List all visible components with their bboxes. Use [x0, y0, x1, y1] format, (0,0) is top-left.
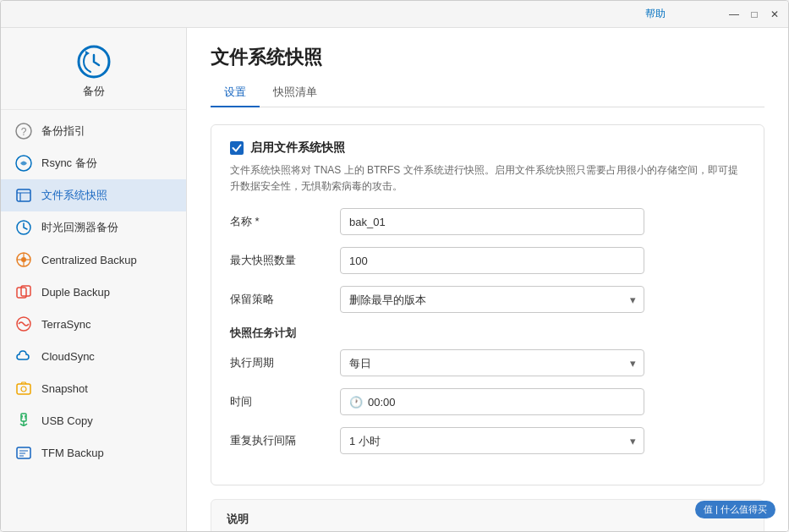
sidebar-item-snapshot[interactable]: Snapshot — [1, 372, 186, 404]
sidebar-item-usb-copy[interactable]: USB Copy — [1, 404, 186, 436]
sidebar-item-filesystem-label: 文件系统快照 — [41, 188, 173, 203]
time-label: 时间 — [230, 394, 340, 409]
name-row: 名称 * — [230, 208, 745, 235]
sidebar-item-cloudsync-label: CloudSync — [41, 350, 173, 363]
main-header: 文件系统快照 设置 快照清单 — [187, 28, 788, 107]
page-title: 文件系统快照 — [211, 45, 764, 70]
svg-point-19 — [21, 387, 26, 392]
help-link[interactable]: 帮助 — [70, 7, 666, 21]
max-snapshots-label: 最大快照数量 — [230, 253, 340, 268]
time-input-wrap: 🕐 — [340, 388, 644, 415]
sidebar-item-filesystem-snapshot[interactable]: 文件系统快照 — [1, 179, 186, 211]
sidebar-item-cloudsync[interactable]: CloudSync — [1, 340, 186, 372]
retention-select[interactable]: 删除最早的版本 — [340, 286, 644, 313]
svg-rect-18 — [17, 384, 30, 394]
info-box: 说明 文件系统快照仅适用于 BTRFS 文件系统。文件系统快照能降低由于误操作或… — [211, 499, 764, 531]
interval-select-wrap: 1 小时 2 小时 4 小时 6 小时 12 小时 ▾ — [340, 427, 644, 454]
sidebar-item-centralized-backup[interactable]: Centralized Backup — [1, 244, 186, 276]
titlebar: 帮助 — □ ✕ — [1, 1, 788, 28]
sidebar-item-backup-guide[interactable]: ? 备份指引 — [1, 115, 186, 147]
content-area: 备份 ? 备份指引 Rsync 备份 — [1, 28, 788, 531]
max-snapshots-input[interactable] — [340, 247, 644, 274]
sidebar-item-tfm-backup[interactable]: TFM Backup — [1, 436, 186, 469]
retention-select-wrap: 删除最早的版本 ▾ — [340, 286, 644, 313]
enable-row: 启用文件系统快照 — [230, 140, 745, 156]
retention-label: 保留策略 — [230, 292, 340, 307]
schedule-title: 快照任务计划 — [230, 326, 296, 339]
centralized-icon — [14, 250, 33, 269]
tab-bar: 设置 快照清单 — [211, 79, 764, 107]
main-content: 启用文件系统快照 文件系统快照将对 TNAS 上的 BTRFS 文件系统进行快照… — [187, 107, 788, 531]
minimize-button[interactable]: — — [727, 8, 741, 21]
tab-snapshot-list[interactable]: 快照清单 — [260, 79, 331, 107]
sidebar-item-duple-backup[interactable]: Duple Backup — [1, 276, 186, 308]
maximize-button[interactable]: □ — [748, 8, 761, 21]
backup-icon — [77, 45, 111, 79]
window-controls: — □ ✕ — [727, 8, 781, 21]
sidebar-item-usb-label: USB Copy — [41, 414, 173, 427]
time-row: 时间 🕐 — [230, 388, 745, 415]
tfm-icon — [14, 443, 33, 462]
watermark-bubble: 值 | 什么值得买 — [695, 501, 775, 518]
enable-desc: 文件系统快照将对 TNAS 上的 BTRFS 文件系统进行快照。启用文件系统快照… — [230, 162, 745, 195]
svg-marker-1 — [85, 51, 90, 56]
duple-icon — [14, 282, 33, 301]
sidebar-item-rsync-label: Rsync 备份 — [41, 156, 173, 171]
cloudsync-icon — [14, 347, 33, 365]
sidebar-item-snapshot-label: Snapshot — [41, 382, 173, 395]
sidebar-header-icon — [75, 43, 112, 80]
terrasync-icon — [14, 315, 33, 333]
clock-icon: 🕐 — [349, 396, 363, 409]
sidebar-item-duple-label: Duple Backup — [41, 286, 173, 299]
settings-card: 启用文件系统快照 文件系统快照将对 TNAS 上的 BTRFS 文件系统进行快照… — [211, 124, 764, 485]
interval-row: 重复执行间隔 1 小时 2 小时 4 小时 6 小时 12 小时 ▾ — [230, 427, 745, 454]
sidebar-item-backup-guide-label: 备份指引 — [41, 123, 173, 139]
sidebar-item-centralized-label: Centralized Backup — [41, 254, 173, 266]
watermark: 值 | 什么值得买 — [695, 501, 775, 518]
schedule-section: 快照任务计划 — [230, 325, 745, 341]
name-label: 名称 * — [230, 214, 340, 229]
sidebar-item-timemachine[interactable]: 时光回溯器备份 — [1, 211, 186, 244]
svg-point-10 — [21, 257, 26, 262]
sidebar-item-terrasync[interactable]: TerraSync — [1, 308, 186, 340]
snapshot2-icon — [14, 379, 33, 398]
svg-text:?: ? — [21, 126, 27, 138]
usb-icon — [14, 411, 33, 430]
enable-checkbox[interactable] — [230, 141, 244, 155]
sidebar-item-timemachine-label: 时光回溯器备份 — [41, 220, 173, 235]
sidebar-item-tfm-label: TFM Backup — [41, 447, 173, 459]
info-box-title: 说明 — [227, 512, 748, 527]
svg-rect-5 — [17, 189, 30, 201]
interval-select[interactable]: 1 小时 2 小时 4 小时 6 小时 12 小时 — [340, 427, 644, 454]
timemachine-icon — [14, 218, 33, 237]
max-snapshots-row: 最大快照数量 — [230, 247, 745, 274]
frequency-label: 执行周期 — [230, 355, 340, 370]
frequency-select[interactable]: 每日 每周 每月 — [340, 349, 644, 376]
frequency-select-wrap: 每日 每周 每月 ▾ — [340, 349, 644, 376]
filesystem-icon — [14, 186, 33, 205]
retention-row: 保留策略 删除最早的版本 ▾ — [230, 286, 745, 313]
time-input[interactable] — [368, 396, 419, 409]
question-icon: ? — [14, 122, 33, 140]
interval-label: 重复执行间隔 — [230, 433, 340, 448]
sidebar-item-rsync-backup[interactable]: Rsync 备份 — [1, 147, 186, 179]
name-input[interactable] — [340, 208, 644, 235]
sidebar: 备份 ? 备份指引 Rsync 备份 — [1, 28, 187, 531]
close-button[interactable]: ✕ — [768, 8, 781, 21]
app-window: 帮助 — □ ✕ 备份 — [0, 0, 789, 532]
enable-label: 启用文件系统快照 — [250, 140, 345, 156]
frequency-row: 执行周期 每日 每周 每月 ▾ — [230, 349, 745, 376]
sidebar-header: 备份 — [1, 28, 186, 110]
tab-settings[interactable]: 设置 — [211, 79, 260, 107]
sidebar-nav: ? 备份指引 Rsync 备份 文件系统快照 — [1, 110, 186, 474]
main-panel: 文件系统快照 设置 快照清单 启用文件系统快照 文件系统快照将对 TNAS 上的… — [187, 28, 788, 531]
sidebar-item-terrasync-label: TerraSync — [41, 318, 173, 331]
rsync-icon — [14, 154, 33, 173]
watermark-text: 值 | 什么值得买 — [704, 503, 767, 516]
sidebar-header-label: 备份 — [83, 84, 105, 99]
